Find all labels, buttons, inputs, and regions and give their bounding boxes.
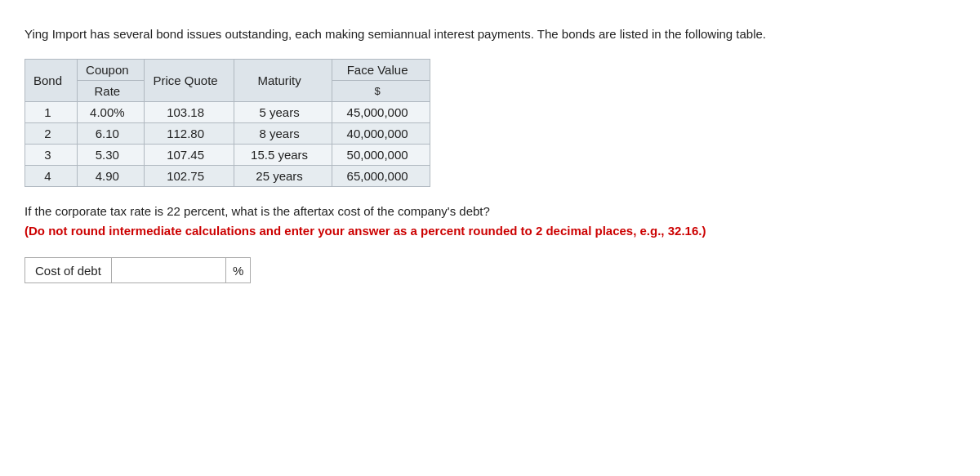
- cell-coupon: 4.00%: [78, 102, 145, 123]
- cell-bond: 1: [25, 102, 78, 123]
- cell-face-value: 45,000,000: [332, 102, 430, 123]
- col-header-face-dollar: $: [332, 81, 430, 102]
- cell-price: 107.45: [144, 145, 234, 166]
- cell-coupon: 5.30: [78, 145, 145, 166]
- col-header-face-value: Face Value: [332, 60, 430, 81]
- col-header-coupon-line1: Coupon: [78, 60, 145, 81]
- cell-maturity: 15.5 years: [234, 145, 332, 166]
- cell-price: 112.80: [144, 123, 234, 145]
- cost-of-debt-label: Cost of debt: [24, 257, 112, 283]
- cell-maturity: 5 years: [234, 102, 332, 123]
- cell-coupon: 6.10: [78, 123, 145, 145]
- question-normal: If the corporate tax rate is 22 percent,…: [24, 204, 490, 218]
- question-instruction: (Do not round intermediate calculations …: [24, 224, 706, 238]
- col-header-maturity: Maturity: [234, 60, 332, 102]
- cell-face-value: 65,000,000: [332, 166, 430, 187]
- cell-maturity: 8 years: [234, 123, 332, 145]
- cell-price: 102.75: [144, 166, 234, 187]
- table-row: 14.00%103.185 years45,000,000: [25, 102, 430, 123]
- intro-paragraph: Ying Import has several bond issues outs…: [24, 24, 956, 44]
- cell-coupon: 4.90: [78, 166, 145, 187]
- cell-bond: 2: [25, 123, 78, 145]
- cell-bond: 3: [25, 145, 78, 166]
- col-header-bond: Bond: [25, 60, 78, 102]
- question-text: If the corporate tax rate is 22 percent,…: [24, 202, 956, 241]
- cell-face-value: 50,000,000: [332, 145, 430, 166]
- answer-row: Cost of debt %: [24, 257, 956, 283]
- cost-of-debt-input[interactable]: [112, 257, 226, 283]
- cell-price: 103.18: [144, 102, 234, 123]
- table-row: 35.30107.4515.5 years50,000,000: [25, 145, 430, 166]
- percent-symbol: %: [226, 257, 251, 283]
- cell-maturity: 25 years: [234, 166, 332, 187]
- table-row: 44.90102.7525 years65,000,000: [25, 166, 430, 187]
- col-header-coupon-line2: Rate: [78, 81, 145, 102]
- cell-bond: 4: [25, 166, 78, 187]
- table-row: 26.10112.808 years40,000,000: [25, 123, 430, 145]
- cell-face-value: 40,000,000: [332, 123, 430, 145]
- bonds-table-wrapper: Bond Coupon Price Quote Maturity Face Va…: [24, 59, 956, 187]
- bonds-table: Bond Coupon Price Quote Maturity Face Va…: [24, 59, 430, 187]
- col-header-price: Price Quote: [144, 60, 234, 102]
